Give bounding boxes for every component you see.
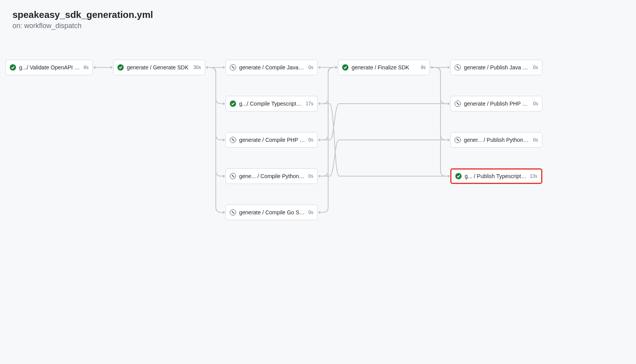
job-node-compile-php[interactable]: generate / Compile PHP SDK0s (226, 132, 318, 148)
status-skipped-icon (230, 137, 236, 143)
job-duration: 0s (308, 65, 313, 70)
workflow-title: speakeasy_sdk_generation.yml (12, 9, 624, 20)
edge-dot (447, 139, 449, 141)
edge (433, 67, 447, 104)
status-skipped-icon (230, 209, 236, 216)
job-label: g.../ Validate OpenAPI Doc... (19, 64, 80, 71)
job-label: gene... / Compile Python SDK (239, 173, 305, 179)
edge (321, 104, 447, 140)
job-label: gener... / Publish Python SDK (464, 137, 530, 143)
job-label: generate / Publish Java SDK (464, 64, 530, 71)
edge (321, 104, 447, 176)
status-skipped-icon (455, 137, 461, 143)
edge (321, 140, 447, 176)
job-label: generate / Compile PHP SDK (239, 137, 305, 143)
status-success-icon (10, 64, 16, 71)
edge-dot (318, 211, 321, 214)
job-node-compile-java[interactable]: generate / Compile Java SDK0s (226, 60, 318, 75)
job-node-publish-java[interactable]: generate / Publish Java SDK0s (450, 60, 542, 75)
status-skipped-icon (455, 101, 461, 107)
status-skipped-icon (230, 64, 236, 71)
edge (209, 67, 222, 104)
job-node-finalize[interactable]: generate / Finalize SDK9s (338, 60, 430, 75)
edge-dot (110, 66, 112, 69)
status-skipped-icon (230, 173, 236, 179)
job-duration: 8s (83, 65, 89, 70)
status-skipped-icon (455, 64, 461, 71)
job-node-compile-go[interactable]: generate / Compile Go SDK0s (226, 205, 318, 220)
graph-edges (0, 46, 636, 357)
workflow-header: speakeasy_sdk_generation.yml on: workflo… (0, 0, 636, 30)
edge-dot (222, 175, 225, 177)
job-duration: 13s (530, 173, 537, 179)
job-duration: 17s (306, 101, 313, 106)
job-duration: 0s (308, 210, 313, 215)
edge (433, 67, 447, 176)
workflow-trigger: on: workflow_dispatch (12, 22, 624, 30)
job-duration: 30s (194, 65, 201, 70)
job-duration: 0s (308, 137, 313, 143)
edge (321, 67, 334, 104)
job-node-compile-python[interactable]: gene... / Compile Python SDK0s (226, 168, 318, 184)
edge (321, 67, 334, 212)
edge (209, 67, 222, 212)
edge-dot (222, 102, 225, 105)
edge-dot (335, 66, 337, 69)
job-label: generate / Compile Go SDK (239, 209, 305, 216)
job-label: generate / Publish PHP SDK (464, 101, 530, 107)
job-node-generate[interactable]: generate / Generate SDK30s (113, 60, 205, 75)
job-node-compile-ts[interactable]: g.../ Compile Typescript S...17s (226, 96, 318, 111)
job-duration: 0s (533, 65, 538, 70)
edge-dot (318, 175, 321, 177)
job-label: generate / Finalize SDK (352, 64, 417, 71)
edge-dot (94, 66, 96, 69)
status-success-icon (117, 64, 124, 71)
edge-dot (318, 102, 321, 105)
job-node-publish-php[interactable]: generate / Publish PHP SDK0s (450, 96, 542, 111)
edge (321, 67, 334, 140)
edge-dot (222, 211, 225, 214)
edge-dot (447, 102, 449, 105)
job-label: g... / Publish Typescript SDK (465, 173, 527, 179)
job-label: generate / Compile Java SDK (239, 64, 305, 71)
edge-dot (447, 175, 449, 177)
edge-dot (318, 139, 321, 141)
status-success-icon (342, 64, 348, 71)
job-duration: 0s (308, 173, 313, 179)
job-duration: 0s (533, 137, 538, 143)
edge (321, 67, 334, 176)
edge-dot (206, 66, 208, 69)
edge-dot (222, 139, 225, 141)
job-node-publish-ts[interactable]: g... / Publish Typescript SDK13s (450, 168, 542, 184)
edge-dot (222, 66, 225, 69)
edge (209, 67, 222, 176)
workflow-graph: g.../ Validate OpenAPI Doc...8sgenerate … (0, 46, 636, 357)
job-label: generate / Generate SDK (127, 64, 190, 71)
job-label: g.../ Compile Typescript S... (239, 101, 303, 107)
edge (209, 67, 222, 140)
job-duration: 0s (533, 101, 538, 106)
edge-dot (447, 66, 449, 69)
edge (433, 67, 447, 140)
status-success-icon (455, 173, 462, 179)
job-node-validate[interactable]: g.../ Validate OpenAPI Doc...8s (5, 60, 93, 75)
status-success-icon (230, 101, 236, 107)
edge-dot (318, 66, 321, 69)
job-node-publish-python[interactable]: gener... / Publish Python SDK0s (450, 132, 542, 148)
edge-dot (431, 66, 433, 69)
job-duration: 9s (421, 65, 426, 70)
